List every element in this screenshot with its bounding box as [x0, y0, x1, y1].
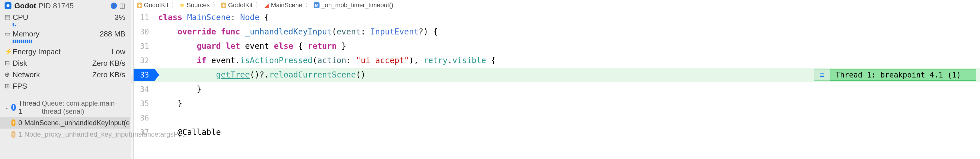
fps-icon: ⊞ — [5, 82, 13, 90]
editor-pane: ◆GodotKit 〉 📁Sources 〉 ◆GodotKit 〉 ◢Main… — [134, 0, 980, 159]
line-number[interactable]: 31 — [134, 39, 154, 53]
memory-icon: ▭ — [5, 30, 13, 38]
info-icon[interactable]: i — [111, 3, 117, 9]
chevron-right-icon: 〉 — [255, 1, 261, 9]
metric-cpu[interactable]: ▤ CPU 3% — [0, 11, 130, 23]
energy-value: Low — [111, 47, 125, 56]
crumb-label: MainScene — [271, 2, 302, 9]
svg-point-0 — [6, 4, 10, 8]
thread-icon: ! — [11, 104, 16, 111]
code-line[interactable]: 31 guard let event else { return } — [134, 39, 980, 53]
thread-title: Thread 1 — [18, 99, 40, 116]
network-label: Network — [13, 70, 92, 79]
svg-point-1 — [13, 122, 14, 124]
fps-label: FPS — [13, 82, 125, 91]
disk-value: Zero KB/s — [92, 59, 125, 68]
code-line[interactable]: 35 } — [134, 96, 980, 111]
stack-frame-1[interactable]: 1 Node_proxy_unhandled_key_input(instanc… — [0, 128, 130, 140]
frame-label: MainScene._unhandledKeyInput(event:) — [24, 119, 147, 127]
code-line[interactable]: 32 if event.isActionPressed(action: "ui_… — [134, 53, 980, 68]
thread-header[interactable]: ⌄ ! Thread 1 Queue: com.apple.main-threa… — [0, 98, 130, 117]
app-name: Godot — [14, 2, 36, 10]
columns-icon[interactable]: ◫ — [119, 2, 125, 10]
debug-sidebar: Godot PID 81745 i ◫ ▤ CPU 3% ▭ Memory 28… — [0, 0, 130, 159]
pid-label: PID 81745 — [39, 2, 74, 10]
crumb-label: GodotKit — [144, 2, 169, 9]
package-icon: ◆ — [137, 3, 142, 8]
thread-subtitle: Queue: com.apple.main-thread (serial) — [42, 99, 125, 116]
cpu-value: 3% — [115, 13, 125, 22]
disk-icon: ⊟ — [5, 59, 13, 67]
line-number[interactable]: 33 — [134, 68, 154, 82]
app-icon — [5, 2, 11, 9]
frame-index: 1 — [18, 130, 22, 138]
crumb-sources[interactable]: 📁Sources — [180, 2, 210, 9]
line-number[interactable]: 36 — [134, 111, 154, 125]
frame-index: 0 — [18, 119, 22, 127]
code-line[interactable]: 34 } — [134, 82, 980, 96]
package-icon: ◆ — [221, 3, 226, 8]
code-content[interactable]: @Callable — [154, 125, 980, 140]
method-icon: M — [314, 2, 320, 8]
code-content[interactable]: } — [154, 82, 980, 96]
svg-point-2 — [13, 134, 14, 135]
metric-energy[interactable]: ⚡ Energy Impact Low — [0, 46, 130, 58]
code-content[interactable]: } — [154, 96, 980, 111]
chevron-down-icon[interactable]: ⌄ — [5, 104, 9, 111]
code-content[interactable]: override func _unhandledKeyInput(event: … — [154, 25, 980, 39]
execution-indicator-bars[interactable]: ≡ — [814, 69, 830, 81]
code-line[interactable]: 37 @Callable — [134, 125, 980, 140]
folder-icon: 📁 — [180, 3, 185, 8]
energy-icon: ⚡ — [5, 48, 13, 55]
crumb-mainscene[interactable]: ◢MainScene — [264, 2, 302, 9]
gear-icon — [11, 119, 16, 126]
crumb-method[interactable]: M_on_mob_timer_timeout() — [314, 2, 393, 9]
crumb-label: Sources — [187, 2, 210, 9]
code-content[interactable]: if event.isActionPressed(action: "ui_acc… — [154, 53, 980, 68]
line-number[interactable]: 11 — [134, 10, 154, 25]
chevron-right-icon: 〉 — [213, 1, 218, 9]
crumb-godotkit2[interactable]: ◆GodotKit — [221, 2, 253, 9]
memory-label: Memory — [13, 30, 100, 39]
code-line[interactable]: 11class MainScene: Node { — [134, 10, 980, 25]
cpu-label: CPU — [13, 13, 115, 22]
crumb-label: GodotKit — [228, 2, 253, 9]
code-editor[interactable]: 11class MainScene: Node {30 override fun… — [134, 10, 980, 159]
crumb-label: _on_mob_timer_timeout() — [321, 2, 393, 9]
metric-disk[interactable]: ⊟ Disk Zero KB/s — [0, 58, 130, 69]
code-line[interactable]: 33 getTree()?.reloadCurrentScene()≡Threa… — [134, 68, 980, 82]
chevron-right-icon: 〉 — [305, 1, 311, 9]
line-number[interactable]: 34 — [134, 82, 154, 96]
line-number[interactable]: 32 — [134, 53, 154, 68]
memory-usage-bar — [13, 40, 125, 43]
process-header[interactable]: Godot PID 81745 i ◫ — [0, 0, 130, 11]
crumb-godotkit[interactable]: ◆GodotKit — [137, 2, 169, 9]
line-number[interactable]: 37 — [134, 125, 154, 140]
metric-memory[interactable]: ▭ Memory 288 MB — [0, 28, 130, 40]
metric-network[interactable]: ⊕ Network Zero KB/s — [0, 69, 130, 80]
code-line[interactable]: 36 — [134, 111, 980, 125]
code-line[interactable]: 30 override func _unhandledKeyInput(even… — [134, 25, 980, 39]
gear-icon — [11, 131, 16, 138]
network-icon: ⊕ — [5, 71, 13, 78]
network-value: Zero KB/s — [92, 70, 125, 79]
memory-value: 288 MB — [100, 30, 125, 39]
cpu-usage-bar — [13, 23, 125, 26]
breadcrumb[interactable]: ◆GodotKit 〉 📁Sources 〉 ◆GodotKit 〉 ◢Main… — [134, 0, 980, 10]
code-content[interactable]: guard let event else { return } — [154, 39, 980, 53]
metric-fps[interactable]: ⊞ FPS — [0, 80, 130, 92]
cpu-icon: ▤ — [5, 13, 13, 21]
execution-indicator[interactable]: Thread 1: breakpoint 4.1 (1) — [830, 69, 976, 81]
swift-icon: ◢ — [264, 3, 269, 8]
chevron-right-icon: 〉 — [171, 1, 177, 9]
disk-label: Disk — [13, 59, 92, 68]
code-content[interactable]: class MainScene: Node { — [154, 10, 980, 25]
line-number[interactable]: 30 — [134, 25, 154, 39]
line-number[interactable]: 35 — [134, 96, 154, 111]
stack-frame-0[interactable]: 0 MainScene._unhandledKeyInput(event:) — [0, 117, 130, 128]
energy-label: Energy Impact — [13, 47, 111, 56]
